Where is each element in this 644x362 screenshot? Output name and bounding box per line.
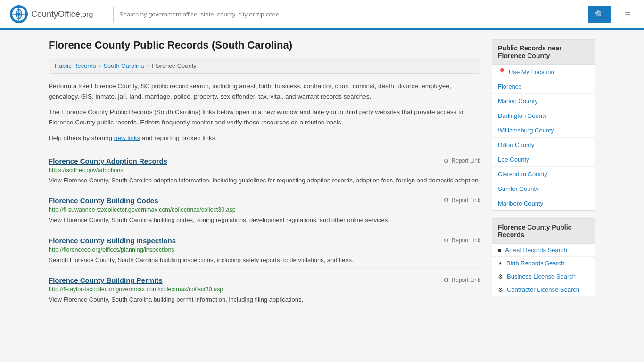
- site-header: CountyOffice.org 🔍 ≡: [0, 0, 644, 30]
- main-container: Florence County Public Records (South Ca…: [39, 30, 605, 318]
- breadcrumb-sep-1: ›: [99, 63, 100, 69]
- record-desc-2: Search Florence County, South Carolina b…: [49, 255, 480, 265]
- search-icon: 🔍: [595, 10, 604, 18]
- breadcrumb-south-carolina[interactable]: South Carolina: [103, 62, 144, 69]
- county-record-item-0: ■ Arrest Records Search: [492, 244, 595, 257]
- desc3-post: and reporting broken links.: [140, 134, 217, 141]
- report-link-3[interactable]: ⚙ Report Link: [443, 276, 480, 284]
- nearby-link-7[interactable]: Sumter County: [498, 185, 539, 192]
- logo-suffix: .org: [80, 10, 93, 18]
- nearby-item-4: Dillon County: [492, 138, 595, 152]
- record-type-icon-0: ■: [498, 247, 501, 254]
- search-bar: 🔍: [113, 6, 611, 23]
- nearby-link-1[interactable]: Marion County: [498, 98, 538, 105]
- report-label-0: Report Link: [452, 157, 480, 164]
- menu-button[interactable]: ≡: [621, 6, 635, 22]
- breadcrumb-sep-2: ›: [147, 63, 149, 69]
- use-my-location-link[interactable]: Use My Location: [509, 68, 554, 75]
- report-link-0[interactable]: ⚙ Report Link: [443, 157, 480, 165]
- search-button[interactable]: 🔍: [588, 6, 611, 23]
- record-title-0[interactable]: Florence County Adoption Records: [49, 157, 167, 165]
- nearby-link-6[interactable]: Clarendon County: [498, 171, 547, 178]
- record-type-icon-3: ⚙: [498, 287, 503, 293]
- report-label-1: Report Link: [452, 197, 480, 204]
- sidebar: Public Records near Florence County 📍 Us…: [492, 39, 595, 308]
- county-records-title: Florence County Public Records: [492, 219, 595, 244]
- desc3-pre: Help others by sharing: [49, 134, 114, 141]
- report-icon-1: ⚙: [443, 197, 449, 204]
- nearby-item-5: Lee County: [492, 152, 595, 167]
- page-title: Florence County Public Records (South Ca…: [49, 39, 480, 51]
- logo-name: CountyOffice: [31, 9, 80, 19]
- county-record-link-3[interactable]: Contractor License Search: [507, 286, 579, 293]
- county-record-item-3: ⚙ Contractor License Search: [492, 283, 595, 296]
- description-1: Perform a free Florence County, SC publi…: [49, 81, 480, 101]
- record-entry-3: Florence County Building Permits ⚙ Repor…: [49, 268, 480, 308]
- record-desc-1: View Florence County, South Carolina bui…: [49, 215, 480, 225]
- record-entry-2: Florence County Building Inspections ⚙ R…: [49, 229, 480, 269]
- nearby-link-3[interactable]: Williamsburg County: [498, 127, 554, 134]
- county-records-section: Florence County Public Records ■ Arrest …: [492, 218, 595, 296]
- county-record-link-1[interactable]: Birth Records Search: [506, 260, 565, 267]
- report-icon-3: ⚙: [443, 276, 449, 284]
- record-desc-3: View Florence County, South Carolina bui…: [49, 295, 480, 304]
- logo-area: CountyOffice.org: [9, 5, 104, 24]
- report-icon-0: ⚙: [443, 157, 449, 165]
- logo-icon: [9, 5, 28, 24]
- nearby-item-3: Williamsburg County: [492, 123, 595, 138]
- county-record-item-2: ⚙ Business License Search: [492, 270, 595, 283]
- breadcrumb: Public Records › South Carolina › Floren…: [49, 58, 480, 74]
- hamburger-icon: ≡: [625, 8, 631, 20]
- nearby-link-4[interactable]: Dillon County: [498, 141, 534, 148]
- record-url-1: http://fl-suwannee-taxcollector.governma…: [49, 206, 480, 213]
- location-pin-icon: 📍: [498, 68, 506, 75]
- description-2: The Florence County Public Records (Sout…: [49, 107, 480, 127]
- record-title-2[interactable]: Florence County Building Inspections: [49, 237, 176, 245]
- report-link-1[interactable]: ⚙ Report Link: [443, 197, 480, 204]
- report-label-3: Report Link: [452, 277, 480, 283]
- nearby-link-5[interactable]: Lee County: [498, 156, 529, 163]
- record-desc-0: View Florence County, South Carolina ado…: [49, 176, 480, 185]
- records-list: Florence County Adoption Records ⚙ Repor…: [49, 149, 480, 308]
- logo-text: CountyOffice.org: [31, 9, 93, 19]
- search-input[interactable]: [114, 7, 588, 22]
- use-my-location-item[interactable]: 📍 Use My Location: [492, 65, 595, 79]
- record-url-0: https://scdhec.gov/adoptions: [49, 167, 480, 173]
- record-entry-0: Florence County Adoption Records ⚙ Repor…: [49, 149, 480, 189]
- county-record-link-2[interactable]: Business License Search: [507, 273, 576, 280]
- nearby-item-6: Clarendon County: [492, 167, 595, 181]
- county-record-link-0[interactable]: Arrest Records Search: [505, 247, 567, 254]
- record-title-3[interactable]: Florence County Building Permits: [49, 276, 163, 284]
- report-icon-2: ⚙: [443, 237, 449, 244]
- nearby-section: Public Records near Florence County 📍 Us…: [492, 39, 595, 211]
- svg-point-5: [17, 13, 20, 16]
- nearby-link-2[interactable]: Darlington County: [498, 112, 547, 119]
- record-type-icon-1: ✦: [498, 260, 503, 267]
- record-url-2: http://florenceco.org/offices/planning/i…: [49, 247, 480, 253]
- nearby-item-7: Sumter County: [492, 181, 595, 196]
- report-label-2: Report Link: [452, 237, 480, 244]
- nearby-item-0: Florence: [492, 79, 595, 94]
- description-3: Help others by sharing new links and rep…: [49, 133, 480, 143]
- record-type-icon-2: ⚙: [498, 273, 503, 280]
- breadcrumb-public-records[interactable]: Public Records: [55, 62, 96, 69]
- main-content: Florence County Public Records (South Ca…: [49, 39, 480, 308]
- report-link-2[interactable]: ⚙ Report Link: [443, 237, 480, 244]
- nearby-item-1: Marion County: [492, 94, 595, 108]
- record-url-3: http://fl-taylor-taxcollector.governmax.…: [49, 286, 480, 293]
- nearby-items-list: FlorenceMarion CountyDarlington CountyWi…: [492, 79, 595, 210]
- record-entry-1: Florence County Building Codes ⚙ Report …: [49, 189, 480, 229]
- record-title-1[interactable]: Florence County Building Codes: [49, 197, 158, 205]
- new-links-link[interactable]: new links: [114, 134, 140, 141]
- nearby-item-2: Darlington County: [492, 108, 595, 123]
- nearby-link-0[interactable]: Florence: [498, 83, 522, 90]
- breadcrumb-current: Florence County: [151, 62, 196, 69]
- nearby-item-8: Marlboro County: [492, 196, 595, 210]
- nearby-title: Public Records near Florence County: [492, 40, 595, 65]
- county-records-list: ■ Arrest Records Search ✦ Birth Records …: [492, 244, 595, 296]
- nearby-link-8[interactable]: Marlboro County: [498, 200, 543, 207]
- county-record-item-1: ✦ Birth Records Search: [492, 257, 595, 270]
